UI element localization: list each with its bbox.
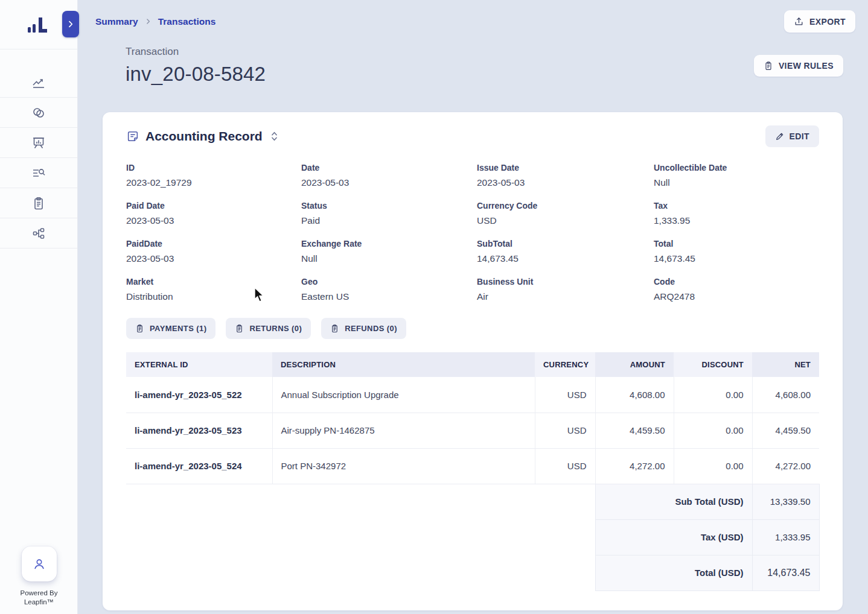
pencil-icon: [775, 131, 785, 141]
field-geo: Geo Eastern US: [301, 277, 477, 302]
sidebar-nav: [0, 49, 77, 248]
table-header-row: EXTERNAL ID DESCRIPTION CURRENCY AMOUNT …: [126, 352, 819, 377]
main-content: Summary Transactions EXPORT Transaction …: [78, 0, 868, 610]
tab-returns[interactable]: RETURNS (0): [226, 318, 311, 339]
field-status: Status Paid: [301, 201, 477, 226]
search-list-icon: [31, 166, 46, 180]
record-tabs: PAYMENTS (1) RETURNS (0) REFUNDS (0): [126, 318, 819, 339]
view-rules-label: VIEW RULES: [779, 61, 834, 71]
powered-by-text: Powered By Leapfin™: [0, 589, 78, 607]
chevron-up-down-icon: [270, 131, 279, 142]
clipboard-icon: [764, 61, 773, 71]
sidebar-item-data-flow[interactable]: [0, 218, 77, 248]
column-amount: AMOUNT: [595, 352, 674, 377]
accounting-record-card: Accounting Record EDIT ID 2023-02_19729: [103, 112, 843, 610]
line-items-table: EXTERNAL ID DESCRIPTION CURRENCY AMOUNT …: [126, 352, 820, 591]
sidebar-expand-button[interactable]: [62, 11, 79, 37]
breadcrumb-summary[interactable]: Summary: [95, 16, 138, 27]
record-fields-grid: ID 2023-02_19729 Date 2023-05-03 Issue D…: [126, 163, 819, 302]
record-title: Accounting Record: [145, 129, 263, 144]
title-row: Transaction inv_20-08-5842 VIEW RULES: [78, 33, 868, 86]
record-title-wrap: Accounting Record: [126, 129, 280, 144]
sidebar-item-search-records[interactable]: [0, 158, 77, 188]
clipboard-icon: [330, 324, 339, 333]
chevron-right-icon: [66, 19, 75, 29]
breadcrumb: Summary Transactions: [95, 16, 215, 27]
venn-circles-icon: [31, 106, 46, 120]
field-market: Market Distribution: [126, 277, 301, 302]
upload-icon: [794, 16, 804, 27]
trend-chart-icon: [31, 75, 46, 90]
sidebar-footer: Powered By Leapfin™: [0, 546, 78, 607]
breadcrumb-transactions[interactable]: Transactions: [158, 16, 216, 27]
leapfin-logo-icon: [27, 16, 51, 34]
table-row[interactable]: li-amend-yr_2023-05_522 Annual Subscript…: [126, 377, 819, 413]
export-label: EXPORT: [809, 17, 846, 27]
tab-payments[interactable]: PAYMENTS (1): [126, 318, 215, 339]
view-rules-button[interactable]: VIEW RULES: [754, 55, 843, 77]
page-label: Transaction: [126, 46, 266, 58]
field-date: Date 2023-05-03: [301, 163, 477, 188]
user-icon: [31, 556, 47, 572]
field-paiddate: PaidDate 2023-05-03: [126, 239, 301, 264]
clipboard-icon: [135, 324, 144, 333]
table-row[interactable]: li-amend-yr_2023-05_523 Air-supply PN-14…: [126, 413, 819, 448]
column-external-id: EXTERNAL ID: [126, 352, 272, 377]
subtotal-label: Sub Total (USD): [595, 484, 752, 519]
column-discount: DISCOUNT: [674, 352, 752, 377]
clipboard-icon: [235, 324, 244, 333]
field-code: Code ARQ2478: [654, 277, 819, 302]
field-total: Total 14,673.45: [654, 239, 819, 264]
tax-row: Tax (USD) 1,333.95: [126, 519, 819, 555]
total-label: Total (USD): [595, 555, 752, 590]
column-description: DESCRIPTION: [272, 352, 535, 377]
field-paid-date: Paid Date 2023-05-03: [126, 201, 301, 226]
tax-label: Tax (USD): [595, 519, 752, 555]
hierarchy-icon: [31, 226, 46, 241]
subtotal-value: 13,339.50: [752, 484, 819, 519]
breadcrumb-separator-icon: [144, 17, 152, 25]
card-header: Accounting Record EDIT: [126, 125, 819, 147]
field-exchange-rate: Exchange Rate Null: [301, 239, 477, 264]
sidebar-item-records[interactable]: [0, 188, 77, 218]
field-uncollectible-date: Uncollectible Date Null: [654, 163, 819, 188]
field-subtotal: SubTotal 14,673.45: [477, 239, 654, 264]
sidebar: Powered By Leapfin™: [0, 0, 78, 614]
export-button[interactable]: EXPORT: [784, 10, 855, 33]
edit-button[interactable]: EDIT: [765, 125, 820, 147]
sidebar-item-reports[interactable]: [0, 128, 77, 158]
field-tax: Tax 1,333.95: [654, 201, 819, 226]
field-issue-date: Issue Date 2023-05-03: [477, 163, 654, 188]
top-bar: Summary Transactions EXPORT: [78, 0, 868, 33]
subtotal-row: Sub Total (USD) 13,339.50: [126, 484, 819, 519]
memo-icon: [126, 130, 139, 143]
table-row[interactable]: li-amend-yr_2023-05_524 Port PN-342972 U…: [126, 448, 819, 484]
total-row: Total (USD) 14,673.45: [126, 555, 819, 590]
column-currency: CURRENCY: [535, 352, 595, 377]
total-value: 14,673.45: [752, 555, 819, 590]
field-currency-code: Currency Code USD: [477, 201, 654, 226]
title-block: Transaction inv_20-08-5842: [126, 46, 266, 86]
field-business-unit: Business Unit Air: [477, 277, 654, 302]
tab-refunds[interactable]: REFUNDS (0): [321, 318, 406, 339]
clipboard-icon: [31, 196, 46, 210]
sidebar-item-reconciliation[interactable]: [0, 98, 77, 128]
user-avatar-button[interactable]: [22, 546, 57, 581]
edit-label: EDIT: [790, 131, 810, 141]
page-title: inv_20-08-5842: [126, 63, 266, 86]
presentation-chart-icon: [31, 136, 46, 150]
record-selector-toggle[interactable]: [269, 130, 280, 143]
field-id: ID 2023-02_19729: [126, 163, 301, 188]
tax-value: 1,333.95: [752, 519, 819, 555]
column-net: NET: [752, 352, 819, 377]
sidebar-item-analytics[interactable]: [0, 68, 77, 98]
